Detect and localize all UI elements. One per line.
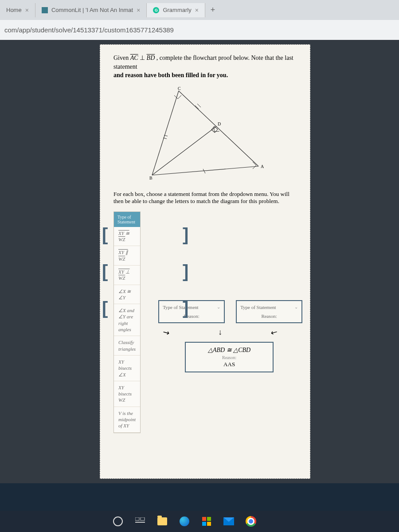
chrome-button[interactable] [244,514,258,528]
tab-grammarly[interactable]: G Grammarly × [147,3,205,17]
tab-label: Home [6,7,22,13]
text: Given [113,55,129,61]
dropdown-option[interactable]: V is the midpoint of XY [114,407,140,433]
bracket-decorations: [ [ [ [102,228,108,314]
mail-button[interactable] [222,514,236,528]
browser-chrome: Home × CommonLit | 'I Am Not An Inmat × … [0,0,399,40]
problem-page: Given AC ⊥ BD , complete the flowchart p… [100,44,310,479]
dropdown-option[interactable]: XY ⊥ WZ [114,266,140,285]
segment-ac: AC [130,55,138,61]
tab-label: CommonLit | 'I Am Not An Inmat [51,7,133,13]
perp-symbol: ⊥ [140,55,145,61]
chevron-down-icon[interactable]: ⌄ [294,305,298,310]
statement-box-3[interactable]: Type of Statement ⌄ Reason: [236,300,302,323]
edge-button[interactable] [177,514,192,528]
tab-bar: Home × CommonLit | 'I Am Not An Inmat × … [0,0,399,20]
new-tab-button[interactable]: + [205,5,221,15]
geometry-diagram: C D A B [113,86,297,180]
statement-type-dropdown[interactable]: Type of Statement XY ≅ WZ XY ∥ WZ XY ⊥ W… [113,211,141,433]
content-area: Given AC ⊥ BD , complete the flowchart p… [0,40,399,483]
close-icon[interactable]: × [137,7,140,14]
dropdown-option[interactable]: ∠X ≅ ∠Y [114,285,140,305]
statement-box-2[interactable]: Type of Statement ⌄ Reason: [158,300,225,323]
final-statement-box: △ABD ≅ △CBD Reason: AAS [185,342,274,372]
label-d: D [218,121,221,126]
file-explorer-button[interactable] [155,514,169,528]
svg-rect-12 [135,522,145,523]
label-b: B [149,176,153,180]
close-icon[interactable]: × [25,7,29,14]
dropdown-option[interactable]: XY ∥ WZ [114,246,140,266]
store-button[interactable] [200,514,214,528]
grammarly-icon: G [153,7,159,13]
segment-bd: BD [147,55,155,61]
tab-commonlit[interactable]: CommonLit | 'I Am Not An Inmat × [35,3,147,17]
svg-line-1 [152,91,179,175]
box-reason-label: Reason: [239,313,300,319]
dropdown-option[interactable]: XY bisects ∠X [114,356,140,381]
sub-instructions: For each box, choose a statement format … [113,191,297,205]
chevron-down-icon[interactable]: ⌄ [217,305,220,310]
close-icon[interactable]: × [195,7,199,14]
final-reason-label: Reason: [189,355,269,360]
box-reason-label: Reason: [161,313,222,319]
problem-instructions: Given AC ⊥ BD , complete the flowchart p… [113,54,297,80]
label-c: C [178,86,181,91]
svg-line-7 [197,104,201,107]
cortana-button[interactable] [111,514,125,528]
tab-home[interactable]: Home × [0,3,35,17]
text: and reason have both been filled in for … [113,72,228,78]
bracket-decorations-right: ] ] ] [183,228,188,314]
dropdown-option[interactable]: XY bisects WZ [114,381,140,407]
dropdown-option[interactable]: ∠X and ∠Y are right angles [114,304,140,336]
url-text: com/app/student/solve/14513371/custom163… [4,26,174,34]
svg-line-8 [203,169,205,173]
windows-taskbar [0,511,399,532]
box-type-label: Type of Statement [240,305,276,310]
dropdown-option[interactable]: Classify triangles [114,336,140,356]
arrow-down-icon: ↙ [269,327,280,339]
svg-line-3 [152,126,216,175]
tab-label: Grammarly [163,7,191,13]
svg-line-6 [195,106,199,109]
svg-rect-10 [135,517,139,520]
svg-rect-11 [141,517,145,520]
label-a: A [261,164,264,169]
svg-line-2 [179,91,258,166]
final-reason: AAS [189,361,269,368]
arrow-down-icon: ↘ [161,327,172,339]
svg-line-0 [152,166,258,175]
commonlit-icon [42,7,48,13]
dropdown-header: Type of Statement [114,212,140,227]
dropdown-option[interactable]: XY ≅ WZ [114,227,140,246]
arrow-down-icon: ↓ [218,328,222,337]
address-bar[interactable]: com/app/student/solve/14513371/custom163… [0,20,399,40]
final-statement: △ABD ≅ △CBD [189,346,269,354]
task-view-button[interactable] [133,514,147,528]
box-type-label: Type of Statement [163,305,199,310]
